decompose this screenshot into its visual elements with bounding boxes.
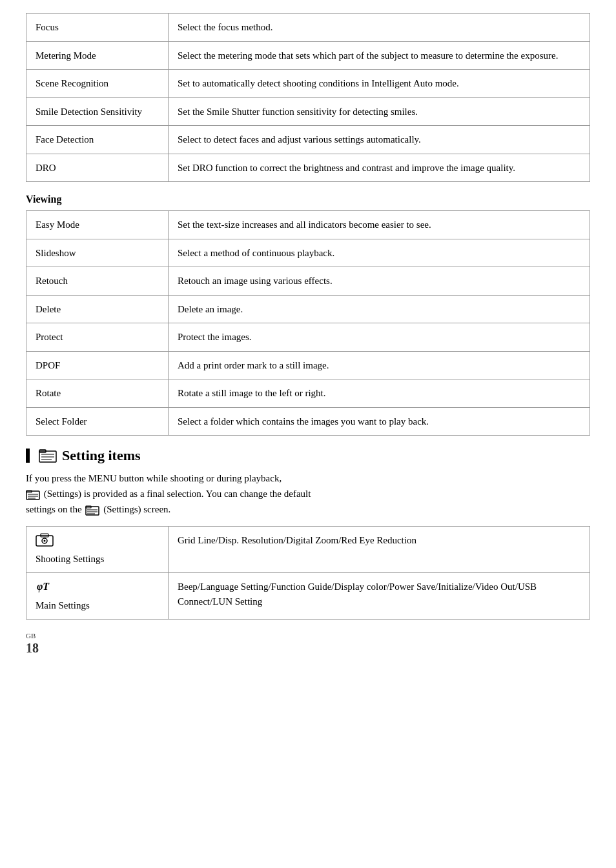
desc-cell: Beep/Language Setting/Function Guide/Dis… [169,573,590,620]
locale-label: GB [26,632,36,640]
table-row: ProtectProtect the images. [26,323,590,352]
main-settings-icon: φT [36,580,54,594]
table-row: DeleteDelete an image. [26,295,590,323]
desc-cell: Set the text-size increases and all indi… [169,211,590,239]
table-row: DPOFAdd a print order mark to a still im… [26,351,590,379]
table-row: FocusSelect the focus method. [26,14,590,42]
svg-text:φT: φT [37,581,50,592]
section-bar-icon [26,449,30,463]
top-settings-table: FocusSelect the focus method.Metering Mo… [26,13,590,182]
viewing-heading: Viewing [26,194,590,205]
table-row: SlideshowSelect a method of continuous p… [26,239,590,267]
setting-items-title: Setting items [62,447,141,464]
settings-icon-2 [85,505,99,516]
icon-label: Shooting Settings [36,554,104,564]
term-cell: Scene Recognition [26,70,169,98]
setting-items-intro: If you press the MENU button while shoot… [26,470,590,517]
desc-cell: Add a print order mark to a still image. [169,351,590,379]
settings-folder-icon [39,449,57,463]
table-row: Easy ModeSet the text-size increases and… [26,211,590,239]
icon-term-cell: φT Main Settings [26,573,169,620]
desc-cell: Retouch an image using various effects. [169,267,590,296]
term-cell: DRO [26,154,169,182]
term-cell: Retouch [26,267,169,296]
term-cell: Slideshow [26,239,169,267]
desc-cell: Select a method of continuous playback. [169,239,590,267]
desc-cell: Rotate a still image to the left or righ… [169,379,590,408]
setting-items-heading: Setting items [26,447,590,464]
desc-cell: Delete an image. [169,295,590,323]
term-cell: Protect [26,323,169,352]
icon-term-cell: Shooting Settings [26,527,169,573]
desc-cell: Select the metering mode that sets which… [169,41,590,70]
term-cell: Rotate [26,379,169,408]
table-row: Smile Detection SensitivitySet the Smile… [26,97,590,126]
table-row: Select FolderSelect a folder which conta… [26,407,590,436]
desc-cell: Select a folder which contains the image… [169,407,590,436]
table-row: Scene RecognitionSet to automatically de… [26,70,590,98]
table-row: DROSet DRO function to correct the brigh… [26,154,590,182]
desc-cell: Set DRO function to correct the brightne… [169,154,590,182]
desc-cell: Select the focus method. [169,14,590,42]
term-cell: Easy Mode [26,211,169,239]
desc-cell: Select to detect faces and adjust variou… [169,126,590,154]
icon-label: Main Settings [36,600,90,611]
term-cell: Select Folder [26,407,169,436]
term-cell: Metering Mode [26,41,169,70]
desc-cell: Protect the images. [169,323,590,352]
settings-icon-1 [26,490,40,500]
page-footer: GB 18 [26,631,590,656]
term-cell: Delete [26,295,169,323]
table-row: Shooting SettingsGrid Line/Disp. Resolut… [26,527,590,573]
term-cell: Face Detection [26,126,169,154]
page-number: 18 [26,641,39,655]
term-cell: Smile Detection Sensitivity [26,97,169,126]
desc-cell: Set the Smile Shutter function sensitivi… [169,97,590,126]
term-cell: DPOF [26,351,169,379]
svg-point-18 [44,540,46,542]
table-row: φT Main SettingsBeep/Language Setting/Fu… [26,573,590,620]
table-row: RotateRotate a still image to the left o… [26,379,590,408]
shooting-settings-icon [36,533,54,547]
desc-cell: Set to automatically detect shooting con… [169,70,590,98]
viewing-table: Easy ModeSet the text-size increases and… [26,210,590,436]
desc-cell: Grid Line/Disp. Resolution/Digital Zoom/… [169,527,590,573]
table-row: Face DetectionSelect to detect faces and… [26,126,590,154]
table-row: Metering ModeSelect the metering mode th… [26,41,590,70]
term-cell: Focus [26,14,169,42]
table-row: RetouchRetouch an image using various ef… [26,267,590,296]
setting-items-table: Shooting SettingsGrid Line/Disp. Resolut… [26,526,590,620]
